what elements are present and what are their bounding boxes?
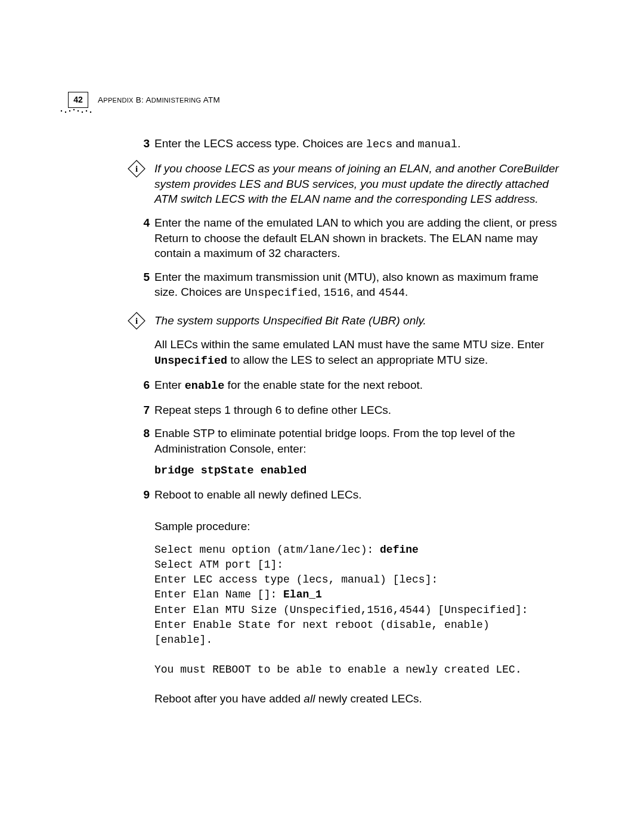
note-lecs: i If you choose LECS as your means of jo…	[154, 161, 559, 207]
page: 42 APPENDIX B: ADMINISTERING ATM 3 Enter…	[0, 0, 644, 706]
step-number: 8	[138, 426, 150, 441]
svg-point-4	[78, 110, 79, 112]
step-number: 4	[138, 215, 150, 231]
svg-text:i: i	[135, 164, 138, 174]
step-number: 7	[138, 402, 150, 418]
info-icon: i	[128, 312, 145, 330]
step-8: 8 Enable STP to eliminate potential brid…	[154, 426, 559, 478]
sample-label: Sample procedure:	[154, 519, 559, 534]
sample-procedure: Select menu option (atm/lane/lec): defin…	[154, 543, 559, 678]
note-text: The system supports Unspecified Bit Rate…	[154, 314, 426, 327]
svg-point-1	[65, 112, 66, 113]
step-5: 5 Enter the maximum transmission unit (M…	[154, 270, 559, 302]
step-number: 9	[138, 487, 150, 503]
svg-point-6	[86, 110, 87, 112]
body-content: 3 Enter the LECS access type. Choices ar…	[154, 136, 559, 706]
header-dots	[60, 108, 95, 114]
page-number: 42	[73, 94, 83, 106]
svg-point-5	[82, 112, 83, 113]
step-number: 5	[138, 270, 150, 285]
note-text: If you choose LECS as your means of join…	[154, 162, 559, 205]
step-3: 3 Enter the LECS access type. Choices ar…	[154, 136, 559, 153]
note-ubr: i The system supports Unspecified Bit Ra…	[154, 313, 559, 329]
step-number: 3	[138, 136, 150, 151]
info-icon: i	[128, 160, 145, 178]
svg-point-3	[73, 109, 75, 110]
step-number: 6	[138, 377, 150, 393]
step-9: 9 Reboot to enable all newly defined LEC…	[154, 487, 559, 503]
step-7: 7 Repeat steps 1 through 6 to define oth…	[154, 402, 559, 418]
closing-paragraph: Reboot after you have added all newly cr…	[154, 691, 559, 707]
header-title: APPENDIX B: ADMINISTERING ATM	[98, 95, 220, 106]
svg-text:i: i	[135, 316, 138, 326]
step-6: 6 Enter enable for the enable state for …	[154, 377, 559, 394]
step-4: 4 Enter the name of the emulated LAN to …	[154, 215, 559, 261]
bridge-command: bridge stpState enabled	[154, 464, 559, 479]
svg-point-0	[61, 110, 62, 112]
mtu-paragraph: All LECs within the same emulated LAN mu…	[154, 337, 559, 369]
page-number-box: 42	[68, 92, 88, 108]
svg-point-7	[90, 112, 91, 113]
svg-point-2	[69, 110, 70, 112]
